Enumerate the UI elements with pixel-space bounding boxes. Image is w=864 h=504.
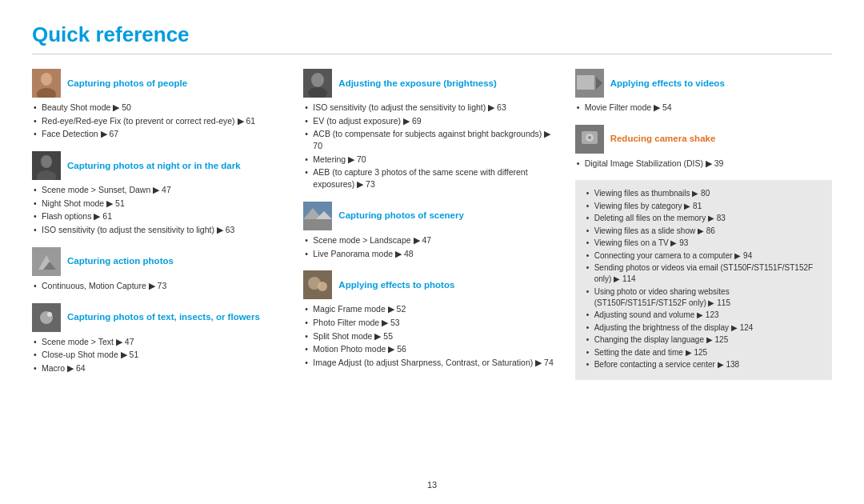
list-item: Viewing files on a TV ▶ 93	[586, 238, 822, 249]
section-header-people: Capturing photos of people	[32, 69, 289, 98]
scenery-icon	[303, 202, 332, 230]
list-item: Connecting your camera to a computer ▶ 9…	[586, 250, 822, 262]
svg-point-13	[311, 73, 324, 87]
svg-rect-16	[303, 219, 332, 230]
section-title-text: Capturing photos of text, insects, or fl…	[67, 311, 260, 323]
list-item: Setting the date and time ▶ 125	[586, 347, 822, 358]
list-item: Face Detection ▶ 67	[34, 128, 289, 140]
section-capturing-night: Capturing photos at night or in the dark…	[32, 151, 289, 236]
shake-list: Digital Image Stabilization (DIS) ▶ 39	[577, 158, 832, 170]
list-item: Viewing files as thumbnails ▶ 80	[586, 188, 822, 199]
reducing-shake-icon	[575, 125, 604, 154]
section-title-effects: Applying effects to photos	[338, 279, 454, 291]
section-header-effects: Applying effects to photos	[303, 270, 560, 299]
list-item: Night Shot mode ▶ 51	[34, 198, 289, 210]
list-item: Adjusting sound and volume ▶ 123	[586, 310, 822, 321]
list-item: Flash options ▶ 61	[34, 210, 289, 222]
section-title-people: Capturing photos of people	[67, 78, 187, 90]
capturing-night-icon	[32, 151, 61, 180]
section-capturing-action: Capturing action photos Continuous, Moti…	[32, 247, 289, 292]
title-divider	[32, 54, 832, 54]
svg-rect-23	[577, 75, 594, 90]
list-item: ISO sensitivity (to adjust the sensitivi…	[34, 224, 289, 236]
svg-point-28	[588, 136, 591, 139]
list-item: ISO sensitivity (to adjust the sensitivi…	[305, 102, 560, 114]
night-list: Scene mode > Sunset, Dawn ▶ 47 Night Sho…	[34, 184, 289, 236]
section-header-night: Capturing photos at night or in the dark	[32, 151, 289, 180]
text-list: Scene mode > Text ▶ 47 Close-up Shot mod…	[34, 336, 289, 374]
column-2: Adjusting the exposure (brightness) ISO …	[303, 69, 574, 386]
exposure-list: ISO sensitivity (to adjust the sensitivi…	[305, 102, 560, 190]
list-item: Metering ▶ 70	[305, 154, 560, 166]
list-item: Adjusting the brightness of the display …	[586, 322, 822, 334]
list-item: Changing the display language ▶ 125	[586, 334, 822, 346]
capturing-action-icon	[32, 247, 61, 276]
list-item: Movie Filter mode ▶ 54	[577, 102, 832, 114]
section-title-exposure: Adjusting the exposure (brightness)	[338, 78, 496, 90]
column-1: Capturing photos of people Beauty Shot m…	[32, 69, 303, 386]
list-item: ACB (to compensate for subjects against …	[305, 128, 560, 151]
column-3: Applying effects to videos Movie Filter …	[575, 69, 832, 386]
section-title-shake: Reducing camera shake	[610, 133, 716, 145]
list-item: Scene mode > Sunset, Dawn ▶ 47	[34, 184, 289, 196]
page: Quick reference Capturing photos of peop…	[0, 0, 864, 504]
scenery-list: Scene mode > Landscape ▶ 47 Live Panoram…	[305, 234, 560, 259]
list-item: Viewing files as a slide show ▶ 86	[586, 226, 822, 237]
effects-video-icon	[575, 69, 604, 98]
list-item: Close-up Shot mode ▶ 51	[34, 349, 289, 361]
list-item: Before contacting a service center ▶ 138	[586, 359, 822, 370]
list-item: Split Shot mode ▶ 55	[305, 330, 560, 342]
list-item: Red-eye/Red-eye Fix (to prevent or corre…	[34, 115, 289, 127]
list-item: Viewing files by category ▶ 81	[586, 201, 822, 212]
page-number: 13	[427, 480, 437, 490]
section-shake: Reducing camera shake Digital Image Stab…	[575, 125, 832, 170]
action-list: Continuous, Motion Capture ▶ 73	[34, 280, 289, 292]
list-item: Beauty Shot mode ▶ 50	[34, 102, 289, 114]
section-title-scenery: Capturing photos of scenery	[338, 210, 464, 222]
people-list: Beauty Shot mode ▶ 50 Red-eye/Red-eye Fi…	[34, 102, 289, 140]
right-box-list: Viewing files as thumbnails ▶ 80 Viewing…	[586, 188, 822, 370]
list-item: Deleting all files on the memory ▶ 83	[586, 213, 822, 224]
list-item: Using photo or video sharing websites (S…	[586, 286, 822, 309]
section-header-scenery: Capturing photos of scenery	[303, 202, 560, 230]
list-item: EV (to adjust exposure) ▶ 69	[305, 115, 560, 127]
effects-photos-icon	[303, 270, 332, 299]
section-capturing-text: Capturing photos of text, insects, or fl…	[32, 303, 289, 374]
section-exposure: Adjusting the exposure (brightness) ISO …	[303, 69, 560, 190]
list-item: Magic Frame mode ▶ 52	[305, 303, 560, 315]
list-item: Live Panorama mode ▶ 48	[305, 248, 560, 260]
section-header-videos: Applying effects to videos	[575, 69, 832, 98]
svg-point-1	[41, 73, 52, 86]
page-title: Quick reference	[32, 22, 832, 47]
videos-list: Movie Filter mode ▶ 54	[577, 102, 832, 114]
capturing-text-icon	[32, 303, 61, 332]
right-info-box: Viewing files as thumbnails ▶ 80 Viewing…	[575, 180, 832, 380]
section-header-exposure: Adjusting the exposure (brightness)	[303, 69, 560, 98]
svg-point-11	[47, 312, 52, 317]
list-item: Sending photos or videos via email (ST15…	[586, 262, 822, 285]
section-effects-photos: Applying effects to photos Magic Frame m…	[303, 270, 560, 368]
capturing-people-icon	[32, 69, 61, 98]
list-item: Digital Image Stabilization (DIS) ▶ 39	[577, 158, 832, 170]
section-scenery: Capturing photos of scenery Scene mode >…	[303, 202, 560, 259]
section-header-text: Capturing photos of text, insects, or fl…	[32, 303, 289, 332]
section-title-videos: Applying effects to videos	[610, 78, 725, 90]
svg-point-4	[41, 155, 52, 168]
list-item: AEB (to capture 3 photos of the same sce…	[305, 166, 560, 190]
list-item: Macro ▶ 64	[34, 362, 289, 374]
content-columns: Capturing photos of people Beauty Shot m…	[32, 69, 832, 386]
section-header-shake: Reducing camera shake	[575, 125, 832, 154]
section-effects-videos: Applying effects to videos Movie Filter …	[575, 69, 832, 114]
list-item: Scene mode > Landscape ▶ 47	[305, 234, 560, 246]
list-item: Scene mode > Text ▶ 47	[34, 336, 289, 348]
list-item: Photo Filter mode ▶ 53	[305, 317, 560, 329]
section-capturing-people: Capturing photos of people Beauty Shot m…	[32, 69, 289, 140]
section-header-action: Capturing action photos	[32, 247, 289, 276]
exposure-icon	[303, 69, 332, 98]
section-title-action: Capturing action photos	[67, 255, 174, 267]
list-item: Continuous, Motion Capture ▶ 73	[34, 280, 289, 292]
list-item: Image Adjust (to adjust Sharpness, Contr…	[305, 357, 560, 369]
section-title-night: Capturing photos at night or in the dark	[67, 160, 241, 172]
list-item: Motion Photo mode ▶ 56	[305, 343, 560, 355]
svg-point-21	[318, 282, 327, 291]
